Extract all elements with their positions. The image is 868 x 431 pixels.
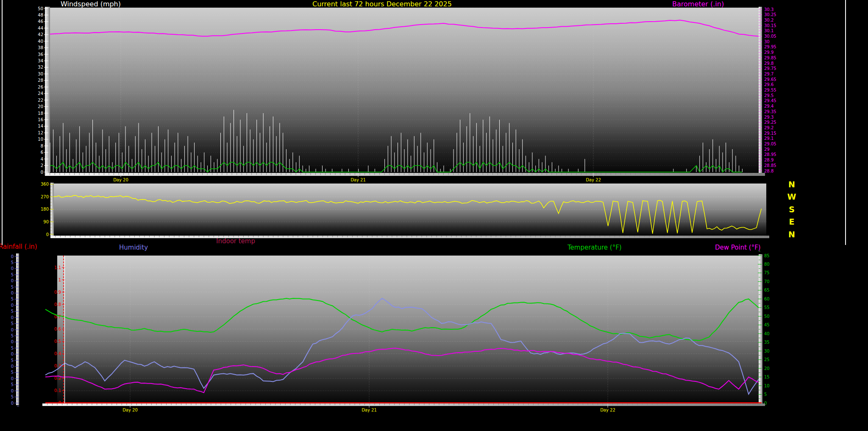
humidity-tick-label: 0 <box>11 352 14 356</box>
barometer-tick-label: 30.15 <box>764 23 776 28</box>
compass-label: E <box>789 217 795 226</box>
day-label: Day 20 <box>122 408 138 412</box>
windspeed-tick-label: 42 <box>38 32 43 37</box>
humidity-tick-label: 0 <box>11 364 14 369</box>
rainfall-tick-label: 0.5 <box>54 339 61 344</box>
barometer-tick-label: 29.5 <box>764 93 773 98</box>
windspeed-axis-title: Windspeed (mph) <box>61 1 121 8</box>
barometer-tick-label: 29.3 <box>764 115 773 120</box>
barometer-tick-label: 28.9 <box>764 158 773 162</box>
windspeed-tick-label: 14 <box>38 124 43 128</box>
barometer-tick-label: 29.7 <box>764 72 773 76</box>
page-title: Current last 72 hours December 22 2025 <box>312 1 452 8</box>
windspeed-tick-label: 6 <box>41 150 43 155</box>
humidity-legend-label: Humidity <box>119 245 148 251</box>
temperature-tick-label: 85 <box>764 253 770 258</box>
barometer-tick-label: 30.05 <box>764 34 776 39</box>
day-label: Day 22 <box>586 178 601 182</box>
barometer-tick-label: 29.6 <box>764 82 773 87</box>
humidity-tick-label: 5 <box>11 285 14 289</box>
barometer-tick-label: 29.9 <box>764 50 773 55</box>
humidity-tick-label: 5 <box>11 395 14 399</box>
barometer-tick-label: 29.05 <box>764 142 776 146</box>
temperature-tick-label: 80 <box>764 262 770 267</box>
compass-label: N <box>788 230 795 239</box>
temperature-tick-label: 55 <box>764 305 770 310</box>
direction-tick-label: 90 <box>43 220 49 224</box>
barometer-tick-label: 30.2 <box>764 18 773 22</box>
barometer-tick-label: 30.25 <box>764 12 776 17</box>
barometer-tick-label: 30.1 <box>764 28 773 33</box>
left-axis-bar <box>50 183 54 236</box>
humidity-tick-label: 5 <box>11 321 14 326</box>
weather-station-display: 5048464442403836343230282624222018161412… <box>0 0 868 431</box>
windspeed-tick-label: 18 <box>38 111 43 116</box>
temperature-tick-label: 35 <box>764 340 770 345</box>
day-label: Day 20 <box>113 178 128 182</box>
compass-label: W <box>787 192 796 201</box>
direction-tick-label: 360 <box>41 182 49 186</box>
day-label: Day 22 <box>600 408 615 412</box>
temperature-humidity-chart: 05050505050505050505050501.110.90.80.70.… <box>11 251 770 412</box>
temperature-tick-label: 60 <box>764 297 770 301</box>
charts-canvas: 5048464442403836343230282624222018161412… <box>0 0 868 431</box>
barometer-tick-label: 29.65 <box>764 77 776 82</box>
barometer-tick-label: 29.85 <box>764 56 776 60</box>
windspeed-tick-label: 50 <box>38 6 43 11</box>
humidity-tick-label: 5 <box>11 260 14 265</box>
plot-background <box>50 8 759 173</box>
humidity-tick-label: 5 <box>11 309 14 314</box>
windspeed-tick-label: 2 <box>41 163 43 168</box>
temperature-tick-label: 5 <box>764 392 767 397</box>
windspeed-tick-label: 30 <box>38 72 43 76</box>
windspeed-tick-label: 8 <box>41 144 43 148</box>
windspeed-tick-label: 48 <box>38 13 43 17</box>
rainfall-legend-label: Rainfall (.in) <box>0 244 37 250</box>
temperature-tick-label: 15 <box>764 375 770 379</box>
barometer-tick-label: 29.15 <box>764 131 776 136</box>
right-axis-bar <box>759 254 762 405</box>
barometer-tick-label: 29.2 <box>764 125 773 130</box>
window-border-right <box>845 0 846 245</box>
windspeed-tick-label: 34 <box>38 58 43 63</box>
barometer-tick-label: 29.35 <box>764 109 776 114</box>
humidity-tick-label: 5 <box>11 358 14 363</box>
rainfall-tick-label: 0.8 <box>54 302 61 307</box>
temperature-legend-label: Temperature (°F) <box>568 245 622 251</box>
humidity-tick-label: 5 <box>11 273 14 277</box>
humidity-tick-label: 0 <box>11 389 14 393</box>
humidity-tick-label: 0 <box>11 315 14 320</box>
temperature-tick-label: 75 <box>764 270 770 275</box>
barometer-tick-label: 29.95 <box>764 44 776 49</box>
windspeed-tick-label: 36 <box>38 52 43 57</box>
compass-label: S <box>789 205 795 214</box>
windspeed-tick-label: 20 <box>38 104 43 109</box>
day-label: Day 21 <box>362 408 377 412</box>
temperature-tick-label: 50 <box>764 314 770 319</box>
temperature-tick-label: 20 <box>764 366 770 371</box>
humidity-tick-label: 0 <box>11 254 14 259</box>
humidity-tick-label: 0 <box>11 339 14 344</box>
window-border-left <box>2 0 3 245</box>
humidity-tick-label: 5 <box>11 297 14 301</box>
humidity-axis-bar <box>16 253 19 405</box>
barometer-tick-label: 29.75 <box>764 66 776 71</box>
windspeed-tick-label: 24 <box>38 91 43 96</box>
humidity-tick-label: 0 <box>11 303 14 308</box>
plot-background <box>54 184 766 236</box>
temperature-tick-label: 65 <box>764 288 770 292</box>
humidity-tick-label: 0 <box>11 266 14 271</box>
humidity-tick-label: 0 <box>11 278 14 283</box>
windspeed-tick-label: 4 <box>41 157 43 161</box>
windspeed-tick-label: 28 <box>38 78 43 83</box>
windspeed-tick-label: 40 <box>38 39 43 44</box>
temperature-tick-label: 40 <box>764 331 770 336</box>
humidity-tick-label: 0 <box>11 328 14 332</box>
x-axis-bar <box>45 173 765 176</box>
windspeed-tick-label: 0 <box>41 170 43 175</box>
humidity-tick-label: 0 <box>11 291 14 295</box>
day-label: Day 21 <box>351 178 366 182</box>
barometer-tick-label: 29.8 <box>764 61 773 66</box>
rainfall-tick-label: 0.9 <box>54 290 61 295</box>
windspeed-tick-label: 12 <box>38 131 43 135</box>
